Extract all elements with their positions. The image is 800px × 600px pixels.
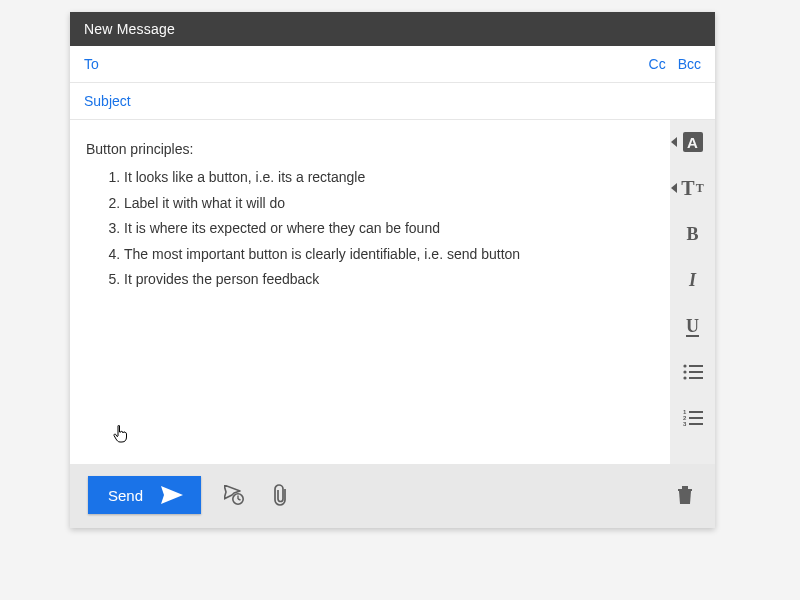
svg-rect-7 [689, 411, 703, 413]
compose-footer: Send [70, 464, 715, 528]
format-toolbar: A T T B I U [670, 120, 715, 464]
to-label: To [84, 56, 99, 72]
numbered-list-icon: 1 2 3 [683, 410, 703, 426]
subject-label: Subject [84, 93, 131, 109]
italic-icon: I [689, 270, 696, 291]
svg-rect-5 [689, 377, 703, 379]
bulleted-list-icon [683, 364, 703, 380]
body-heading: Button principles: [86, 138, 654, 160]
text-color-tool[interactable]: A [679, 128, 707, 156]
text-size-big-icon: T [681, 177, 694, 200]
list-item: It provides the person feedback [124, 268, 654, 290]
trash-icon [676, 485, 694, 505]
svg-text:3: 3 [683, 421, 687, 426]
subject-field-row[interactable]: Subject [70, 83, 715, 120]
send-later-icon [224, 485, 246, 505]
send-button-label: Send [108, 487, 143, 504]
to-field-row[interactable]: To Cc Bcc [70, 46, 715, 83]
list-item: It looks like a button, i.e. its a recta… [124, 166, 654, 188]
svg-rect-16 [682, 486, 688, 489]
list-item: The most important button is clearly ide… [124, 243, 654, 265]
window-title: New Message [84, 21, 175, 37]
svg-point-0 [683, 364, 686, 367]
list-item: Label it with what it will do [124, 192, 654, 214]
list-item: It is where its expected or where they c… [124, 217, 654, 239]
svg-line-14 [238, 499, 241, 500]
text-size-tool[interactable]: T T [679, 174, 707, 202]
svg-rect-9 [689, 417, 703, 419]
body-ordered-list: It looks like a button, i.e. its a recta… [124, 166, 654, 290]
bold-icon: B [686, 224, 698, 245]
text-color-icon: A [683, 132, 703, 152]
bold-tool[interactable]: B [679, 220, 707, 248]
send-icon [161, 486, 183, 504]
attach-button[interactable] [269, 483, 293, 507]
bulleted-list-tool[interactable] [679, 358, 707, 386]
svg-rect-1 [689, 365, 703, 367]
paperclip-icon [274, 484, 288, 506]
text-size-small-icon: T [696, 181, 704, 196]
compose-window: New Message To Cc Bcc Subject Button pri… [70, 12, 715, 528]
svg-point-4 [683, 376, 686, 379]
italic-tool[interactable]: I [679, 266, 707, 294]
send-button[interactable]: Send [88, 476, 201, 514]
svg-point-2 [683, 370, 686, 373]
cc-link[interactable]: Cc [649, 56, 666, 72]
numbered-list-tool[interactable]: 1 2 3 [679, 404, 707, 432]
svg-rect-3 [689, 371, 703, 373]
underline-tool[interactable]: U [679, 312, 707, 340]
svg-rect-11 [689, 423, 703, 425]
window-titlebar[interactable]: New Message [70, 12, 715, 46]
message-body-editor[interactable]: Button principles: It looks like a butto… [70, 120, 670, 464]
cursor-pointer-icon [113, 425, 129, 443]
svg-rect-15 [678, 489, 692, 491]
send-later-button[interactable] [223, 483, 247, 507]
bcc-link[interactable]: Bcc [678, 56, 701, 72]
discard-button[interactable] [673, 483, 697, 507]
underline-icon: U [686, 316, 699, 337]
